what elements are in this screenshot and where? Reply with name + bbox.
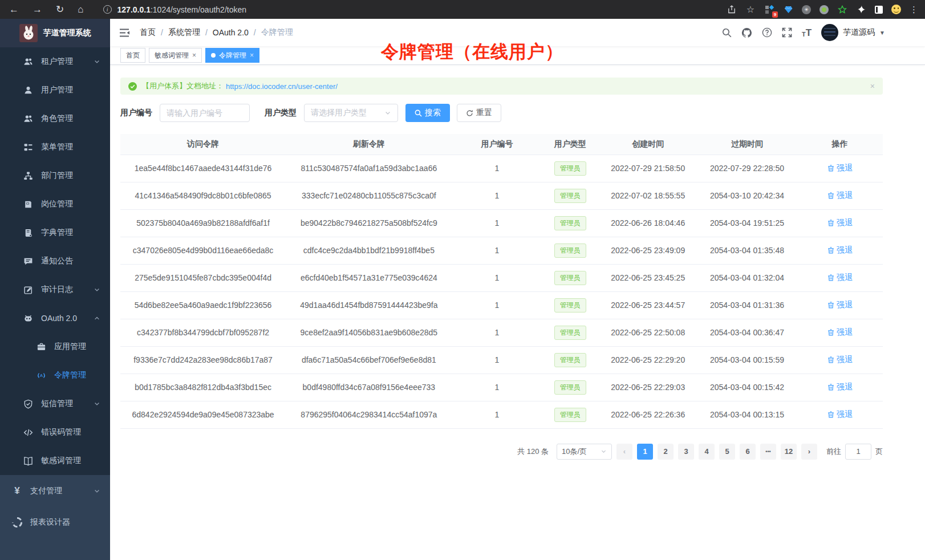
- sidebar-item-dept[interactable]: 部门管理: [0, 161, 110, 190]
- search-icon[interactable]: [722, 28, 732, 38]
- app-icon: [36, 342, 46, 352]
- goto-page-input[interactable]: [845, 444, 871, 460]
- sidebar-item-report-designer[interactable]: 报表设计器: [0, 506, 110, 538]
- next-page-button[interactable]: ›: [801, 444, 817, 460]
- recorder-extension-icon[interactable]: [819, 5, 829, 14]
- sidebar-item-sensitive-word[interactable]: 敏感词管理: [0, 447, 110, 475]
- sidebar-item-sms[interactable]: 短信管理: [0, 389, 110, 418]
- sidebar-item-menu[interactable]: 菜单管理: [0, 133, 110, 161]
- force-logout-button[interactable]: 强退: [827, 327, 853, 338]
- gem-extension-icon[interactable]: [783, 5, 793, 15]
- address-bar[interactable]: i 127.0.0.1:1024/system/oauth2/token: [103, 5, 727, 14]
- force-logout-button[interactable]: 强退: [827, 218, 853, 228]
- sidebar-item-audit-log[interactable]: 审计日志: [0, 275, 110, 304]
- home-button[interactable]: ⌂: [78, 4, 83, 15]
- tab-oauth2-token[interactable]: 令牌管理×: [205, 48, 259, 63]
- app-logo[interactable]: 芋道管理系统: [0, 19, 110, 47]
- sidebar-item-role[interactable]: 角色管理: [0, 104, 110, 133]
- github-icon[interactable]: [741, 27, 752, 38]
- user-id-input[interactable]: [160, 104, 250, 122]
- table-cell: 2022-06-25 22:29:20: [598, 346, 697, 374]
- user-type-select[interactable]: 请选择用户类型: [304, 104, 398, 122]
- force-logout-button[interactable]: 强退: [827, 273, 853, 283]
- page-button-5[interactable]: 5: [719, 444, 735, 460]
- alert-close-icon[interactable]: ×: [870, 82, 875, 91]
- force-logout-button[interactable]: 强退: [827, 382, 853, 392]
- breadcrumb-item[interactable]: OAuth 2.0: [213, 28, 249, 37]
- force-logout-button[interactable]: 强退: [827, 163, 853, 173]
- page-button-2[interactable]: 2: [658, 444, 674, 460]
- breadcrumb-separator: /: [161, 28, 163, 37]
- table-cell-user-type: 管理员: [542, 291, 598, 319]
- share-icon[interactable]: [727, 5, 737, 15]
- forward-button[interactable]: →: [33, 4, 42, 15]
- table-cell: 8796295f04064c2983414cc54af1097a: [286, 401, 452, 428]
- force-logout-button[interactable]: 强退: [827, 300, 853, 310]
- tab-home[interactable]: 首页: [120, 48, 145, 63]
- sidebar-item-notice[interactable]: 通知公告: [0, 247, 110, 275]
- star-extension-icon[interactable]: [837, 5, 847, 15]
- username: 芋道源码: [843, 27, 875, 38]
- fullscreen-icon[interactable]: [782, 27, 792, 38]
- more-pages-button[interactable]: •••: [760, 444, 776, 460]
- sidebar-item-post[interactable]: 岗位管理: [0, 190, 110, 218]
- force-logout-button[interactable]: 强退: [827, 409, 853, 420]
- sidebar-item-oauth2[interactable]: OAuth 2.0: [0, 304, 110, 332]
- hamburger-icon[interactable]: [120, 29, 130, 37]
- font-size-icon[interactable]: TT: [802, 28, 812, 38]
- chevron-down-icon: [94, 488, 100, 494]
- doc-link[interactable]: https://doc.iocoder.cn/user-center/: [226, 82, 338, 91]
- help-icon[interactable]: [762, 27, 772, 38]
- table-cell-user-type: 管理员: [542, 346, 598, 374]
- page-button-3[interactable]: 3: [678, 444, 694, 460]
- close-icon[interactable]: ×: [250, 52, 254, 59]
- user-menu[interactable]: 芋道源码 ▼: [821, 24, 885, 41]
- force-logout-button[interactable]: 强退: [827, 355, 853, 365]
- reset-button[interactable]: 重置: [457, 104, 501, 122]
- page-button-1[interactable]: 1: [637, 444, 653, 460]
- back-button[interactable]: ←: [9, 4, 19, 15]
- page-button-12[interactable]: 12: [781, 444, 797, 460]
- sidebar-item-oauth2-app[interactable]: 应用管理: [0, 332, 110, 361]
- sidebar-item-dict[interactable]: 字典管理: [0, 218, 110, 247]
- close-icon[interactable]: ×: [192, 52, 196, 59]
- site-info-icon[interactable]: i: [103, 5, 112, 14]
- column-header: 操作: [797, 134, 883, 155]
- page-size-select[interactable]: 10条/页: [557, 444, 612, 460]
- table-cell-user-type: 管理员: [542, 209, 598, 237]
- log-icon: [23, 285, 33, 295]
- table-cell: 502375b8040a469a9b82188afdf6af1f: [120, 209, 286, 237]
- alert-text: 【用户体系】文档地址：: [142, 81, 224, 91]
- search-button[interactable]: 搜索: [405, 104, 450, 122]
- breadcrumb-item[interactable]: 系统管理: [168, 27, 200, 38]
- reload-button[interactable]: ↻: [56, 3, 64, 15]
- table-cell: 811c530487574fa0af1a59d3abc1aa66: [286, 155, 452, 182]
- prev-page-button[interactable]: ‹: [616, 444, 632, 460]
- user-type-badge: 管理员: [554, 271, 586, 285]
- pinwheel-extension-icon[interactable]: [856, 5, 866, 15]
- user-icon: [23, 86, 33, 95]
- table-cell: e6cfd40eb1f54571a31e775e039c4624: [286, 264, 452, 291]
- breadcrumb-item[interactable]: 首页: [140, 27, 156, 38]
- sidebar-item-pay[interactable]: ¥支付管理: [0, 475, 110, 506]
- force-logout-button[interactable]: 强退: [827, 190, 853, 201]
- sidebar-item-oauth2-token[interactable]: A令牌管理: [0, 361, 110, 389]
- url-path: :1024/system/oauth2/token: [151, 5, 246, 14]
- sidebar-item-tenant[interactable]: 租户管理: [0, 47, 110, 76]
- sidebar-toggle-extension-icon[interactable]: [875, 6, 883, 14]
- force-logout-button[interactable]: 强退: [827, 245, 853, 255]
- table-cell: 1: [452, 264, 542, 291]
- extension-grid-icon[interactable]: 9: [764, 5, 774, 15]
- gray-extension-icon[interactable]: ✳: [802, 5, 811, 14]
- page-button-6[interactable]: 6: [740, 444, 756, 460]
- table-cell-action: 强退: [797, 291, 883, 319]
- table-cell: 54d6be82ee5a460a9aedc1f9bf223656: [120, 291, 286, 319]
- sidebar-item-error-code[interactable]: 错误码管理: [0, 418, 110, 447]
- bookmark-star-icon[interactable]: ☆: [745, 5, 756, 15]
- sidebar-item-user[interactable]: 用户管理: [0, 76, 110, 104]
- browser-menu-icon[interactable]: ⋮: [910, 5, 918, 15]
- table-cell: 1: [452, 401, 542, 428]
- page-button-4[interactable]: 4: [699, 444, 715, 460]
- profile-avatar-icon[interactable]: [891, 5, 901, 14]
- tab-sensitive-word[interactable]: 敏感词管理×: [149, 48, 202, 63]
